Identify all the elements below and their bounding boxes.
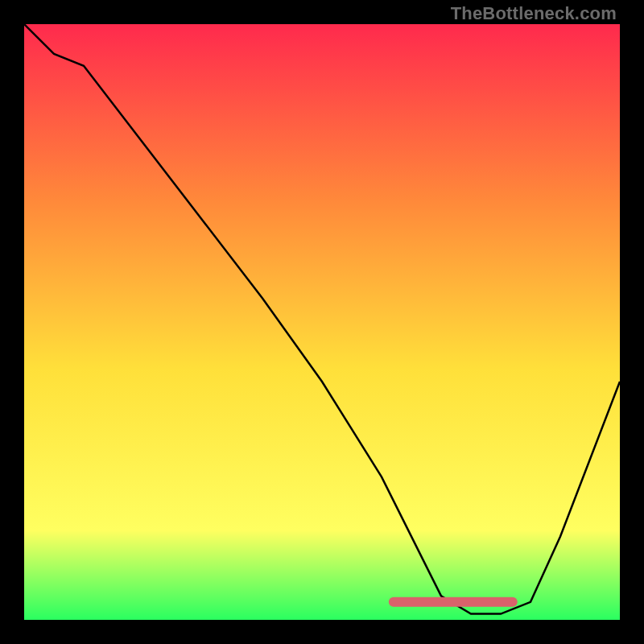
gradient-background	[24, 24, 620, 620]
watermark-label: TheBottleneck.com	[451, 3, 617, 24]
chart-plot-area	[24, 24, 620, 620]
chart-svg	[24, 24, 620, 620]
